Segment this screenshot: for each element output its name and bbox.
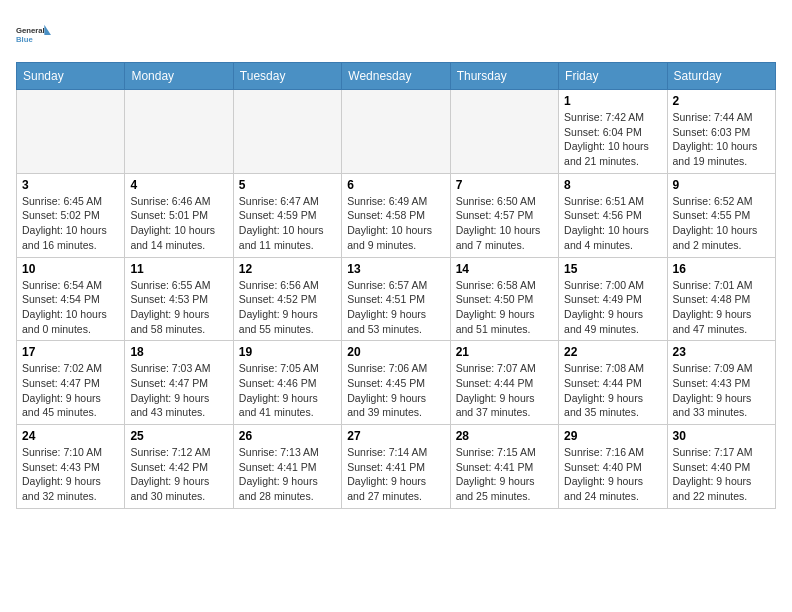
calendar-cell: 28Sunrise: 7:15 AM Sunset: 4:41 PM Dayli… [450, 425, 558, 509]
calendar-week-1: 1Sunrise: 7:42 AM Sunset: 6:04 PM Daylig… [17, 90, 776, 174]
day-number: 28 [456, 429, 553, 443]
day-number: 2 [673, 94, 770, 108]
day-info: Sunrise: 7:13 AM Sunset: 4:41 PM Dayligh… [239, 445, 336, 504]
day-info: Sunrise: 6:49 AM Sunset: 4:58 PM Dayligh… [347, 194, 444, 253]
calendar-week-3: 10Sunrise: 6:54 AM Sunset: 4:54 PM Dayli… [17, 257, 776, 341]
calendar-cell: 13Sunrise: 6:57 AM Sunset: 4:51 PM Dayli… [342, 257, 450, 341]
page-header: GeneralBlue [16, 16, 776, 52]
calendar-week-5: 24Sunrise: 7:10 AM Sunset: 4:43 PM Dayli… [17, 425, 776, 509]
calendar-cell: 23Sunrise: 7:09 AM Sunset: 4:43 PM Dayli… [667, 341, 775, 425]
calendar-cell [17, 90, 125, 174]
calendar-cell: 9Sunrise: 6:52 AM Sunset: 4:55 PM Daylig… [667, 173, 775, 257]
day-number: 19 [239, 345, 336, 359]
day-number: 6 [347, 178, 444, 192]
day-info: Sunrise: 7:07 AM Sunset: 4:44 PM Dayligh… [456, 361, 553, 420]
day-number: 13 [347, 262, 444, 276]
calendar-cell [125, 90, 233, 174]
day-number: 15 [564, 262, 661, 276]
calendar-cell: 10Sunrise: 6:54 AM Sunset: 4:54 PM Dayli… [17, 257, 125, 341]
day-info: Sunrise: 6:46 AM Sunset: 5:01 PM Dayligh… [130, 194, 227, 253]
day-info: Sunrise: 7:09 AM Sunset: 4:43 PM Dayligh… [673, 361, 770, 420]
day-number: 9 [673, 178, 770, 192]
day-number: 11 [130, 262, 227, 276]
day-info: Sunrise: 6:50 AM Sunset: 4:57 PM Dayligh… [456, 194, 553, 253]
calendar-cell: 8Sunrise: 6:51 AM Sunset: 4:56 PM Daylig… [559, 173, 667, 257]
day-info: Sunrise: 7:10 AM Sunset: 4:43 PM Dayligh… [22, 445, 119, 504]
calendar-cell: 21Sunrise: 7:07 AM Sunset: 4:44 PM Dayli… [450, 341, 558, 425]
calendar-cell: 25Sunrise: 7:12 AM Sunset: 4:42 PM Dayli… [125, 425, 233, 509]
day-info: Sunrise: 7:16 AM Sunset: 4:40 PM Dayligh… [564, 445, 661, 504]
calendar-cell: 11Sunrise: 6:55 AM Sunset: 4:53 PM Dayli… [125, 257, 233, 341]
day-info: Sunrise: 7:17 AM Sunset: 4:40 PM Dayligh… [673, 445, 770, 504]
day-info: Sunrise: 7:00 AM Sunset: 4:49 PM Dayligh… [564, 278, 661, 337]
day-number: 14 [456, 262, 553, 276]
weekday-header-wednesday: Wednesday [342, 63, 450, 90]
day-info: Sunrise: 6:51 AM Sunset: 4:56 PM Dayligh… [564, 194, 661, 253]
day-info: Sunrise: 6:55 AM Sunset: 4:53 PM Dayligh… [130, 278, 227, 337]
calendar-table: SundayMondayTuesdayWednesdayThursdayFrid… [16, 62, 776, 509]
calendar-cell: 5Sunrise: 6:47 AM Sunset: 4:59 PM Daylig… [233, 173, 341, 257]
day-number: 10 [22, 262, 119, 276]
calendar-cell: 1Sunrise: 7:42 AM Sunset: 6:04 PM Daylig… [559, 90, 667, 174]
calendar-cell: 18Sunrise: 7:03 AM Sunset: 4:47 PM Dayli… [125, 341, 233, 425]
calendar-cell: 27Sunrise: 7:14 AM Sunset: 4:41 PM Dayli… [342, 425, 450, 509]
day-number: 30 [673, 429, 770, 443]
calendar-cell: 6Sunrise: 6:49 AM Sunset: 4:58 PM Daylig… [342, 173, 450, 257]
calendar-week-2: 3Sunrise: 6:45 AM Sunset: 5:02 PM Daylig… [17, 173, 776, 257]
day-number: 22 [564, 345, 661, 359]
day-number: 17 [22, 345, 119, 359]
calendar-cell: 4Sunrise: 6:46 AM Sunset: 5:01 PM Daylig… [125, 173, 233, 257]
day-number: 23 [673, 345, 770, 359]
svg-text:General: General [16, 26, 45, 35]
weekday-header-monday: Monday [125, 63, 233, 90]
day-number: 12 [239, 262, 336, 276]
day-number: 1 [564, 94, 661, 108]
day-number: 26 [239, 429, 336, 443]
day-number: 3 [22, 178, 119, 192]
calendar-cell: 3Sunrise: 6:45 AM Sunset: 5:02 PM Daylig… [17, 173, 125, 257]
day-info: Sunrise: 7:44 AM Sunset: 6:03 PM Dayligh… [673, 110, 770, 169]
day-number: 16 [673, 262, 770, 276]
day-number: 29 [564, 429, 661, 443]
calendar-cell: 26Sunrise: 7:13 AM Sunset: 4:41 PM Dayli… [233, 425, 341, 509]
weekday-header-thursday: Thursday [450, 63, 558, 90]
calendar-cell: 12Sunrise: 6:56 AM Sunset: 4:52 PM Dayli… [233, 257, 341, 341]
day-info: Sunrise: 6:56 AM Sunset: 4:52 PM Dayligh… [239, 278, 336, 337]
day-info: Sunrise: 6:58 AM Sunset: 4:50 PM Dayligh… [456, 278, 553, 337]
day-number: 24 [22, 429, 119, 443]
day-info: Sunrise: 6:47 AM Sunset: 4:59 PM Dayligh… [239, 194, 336, 253]
day-info: Sunrise: 7:08 AM Sunset: 4:44 PM Dayligh… [564, 361, 661, 420]
calendar-cell: 20Sunrise: 7:06 AM Sunset: 4:45 PM Dayli… [342, 341, 450, 425]
logo: GeneralBlue [16, 16, 52, 52]
logo-icon: GeneralBlue [16, 16, 52, 52]
day-number: 25 [130, 429, 227, 443]
day-info: Sunrise: 7:12 AM Sunset: 4:42 PM Dayligh… [130, 445, 227, 504]
day-number: 21 [456, 345, 553, 359]
day-number: 5 [239, 178, 336, 192]
day-number: 18 [130, 345, 227, 359]
day-number: 20 [347, 345, 444, 359]
weekday-header-sunday: Sunday [17, 63, 125, 90]
day-info: Sunrise: 6:52 AM Sunset: 4:55 PM Dayligh… [673, 194, 770, 253]
day-info: Sunrise: 7:14 AM Sunset: 4:41 PM Dayligh… [347, 445, 444, 504]
day-info: Sunrise: 7:42 AM Sunset: 6:04 PM Dayligh… [564, 110, 661, 169]
calendar-cell: 30Sunrise: 7:17 AM Sunset: 4:40 PM Dayli… [667, 425, 775, 509]
calendar-cell [342, 90, 450, 174]
day-info: Sunrise: 7:03 AM Sunset: 4:47 PM Dayligh… [130, 361, 227, 420]
calendar-cell: 29Sunrise: 7:16 AM Sunset: 4:40 PM Dayli… [559, 425, 667, 509]
calendar-cell: 24Sunrise: 7:10 AM Sunset: 4:43 PM Dayli… [17, 425, 125, 509]
day-info: Sunrise: 7:01 AM Sunset: 4:48 PM Dayligh… [673, 278, 770, 337]
weekday-header-tuesday: Tuesday [233, 63, 341, 90]
weekday-header-row: SundayMondayTuesdayWednesdayThursdayFrid… [17, 63, 776, 90]
calendar-cell: 19Sunrise: 7:05 AM Sunset: 4:46 PM Dayli… [233, 341, 341, 425]
calendar-cell: 22Sunrise: 7:08 AM Sunset: 4:44 PM Dayli… [559, 341, 667, 425]
day-number: 27 [347, 429, 444, 443]
weekday-header-saturday: Saturday [667, 63, 775, 90]
calendar-cell [450, 90, 558, 174]
day-info: Sunrise: 6:45 AM Sunset: 5:02 PM Dayligh… [22, 194, 119, 253]
day-info: Sunrise: 7:05 AM Sunset: 4:46 PM Dayligh… [239, 361, 336, 420]
svg-text:Blue: Blue [16, 35, 33, 44]
calendar-week-4: 17Sunrise: 7:02 AM Sunset: 4:47 PM Dayli… [17, 341, 776, 425]
day-number: 8 [564, 178, 661, 192]
calendar-cell: 15Sunrise: 7:00 AM Sunset: 4:49 PM Dayli… [559, 257, 667, 341]
